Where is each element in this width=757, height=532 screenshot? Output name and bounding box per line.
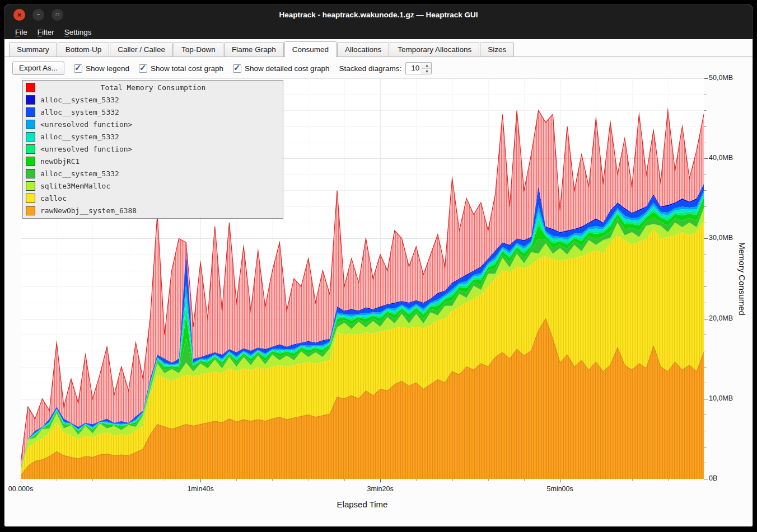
checkbox-box: ✓ bbox=[139, 64, 147, 73]
toolbar: Export As... ✓Show legend✓Show total cos… bbox=[4, 57, 753, 80]
close-icon: × bbox=[17, 11, 22, 18]
spin-down-icon: ▼ bbox=[425, 69, 428, 73]
minimize-button[interactable]: − bbox=[32, 9, 44, 21]
window-controls: ×−□ bbox=[13, 4, 63, 25]
spin-up-icon: ▲ bbox=[425, 63, 428, 67]
minimize-icon: − bbox=[36, 11, 40, 18]
tab-summary[interactable]: Summary bbox=[9, 43, 57, 57]
spin-down-button[interactable]: ▼ bbox=[422, 68, 431, 74]
toolbar-checkboxes: ✓Show legend✓Show total cost graph✓Show … bbox=[74, 64, 330, 73]
y-axis-tick-label: 40,0MB bbox=[709, 154, 733, 162]
checkbox-label: Show total cost graph bbox=[151, 64, 223, 73]
menu-item-file[interactable]: File bbox=[10, 26, 32, 38]
maximize-button[interactable]: □ bbox=[52, 9, 63, 21]
heaptrack-window: ×−□ Heaptrack - heaptrack.wakunode.1.gz … bbox=[4, 4, 753, 526]
checkbox-box: ✓ bbox=[74, 64, 82, 73]
checkbox-box: ✓ bbox=[233, 64, 241, 73]
tab-top-down[interactable]: Top-Down bbox=[174, 43, 223, 57]
x-axis-tick-label: 5min00s bbox=[534, 485, 586, 493]
tab-sizes[interactable]: Sizes bbox=[480, 43, 514, 57]
tab-temporary-allocations[interactable]: Temporary Allocations bbox=[390, 43, 479, 57]
maximize-icon: □ bbox=[56, 12, 59, 17]
menu-item-settings[interactable]: Settings bbox=[59, 26, 97, 38]
titlebar[interactable]: ×−□ Heaptrack - heaptrack.wakunode.1.gz … bbox=[4, 4, 753, 25]
tab-bottom-up[interactable]: Bottom-Up bbox=[58, 43, 110, 57]
checkbox-show-legend[interactable]: ✓Show legend bbox=[74, 64, 129, 73]
y-axis-tick-label: 20,0MB bbox=[709, 314, 733, 322]
close-button[interactable]: × bbox=[13, 9, 25, 21]
menu-item-filter[interactable]: Filter bbox=[32, 26, 59, 38]
tab-allocations[interactable]: Allocations bbox=[337, 43, 389, 57]
checkbox-label: Show legend bbox=[86, 64, 129, 73]
stacked-diagrams-spinbox[interactable]: 10 ▲ ▼ bbox=[405, 62, 432, 74]
x-axis-tick-label: 3min20s bbox=[354, 485, 406, 493]
checkbox-show-total-cost-graph[interactable]: ✓Show total cost graph bbox=[139, 64, 223, 73]
y-axis-tick-label: 30,0MB bbox=[709, 234, 733, 242]
x-axis-tick-label: 00.000s bbox=[4, 485, 46, 493]
x-axis-label: Elapsed Time bbox=[21, 500, 704, 509]
tab-bar: SummaryBottom-UpCaller / CalleeTop-DownF… bbox=[4, 39, 753, 57]
y-axis-label: Memory Consumed bbox=[737, 78, 747, 479]
export-as-button[interactable]: Export As... bbox=[12, 62, 64, 75]
check-icon: ✓ bbox=[139, 63, 147, 73]
stacked-diagrams-value[interactable]: 10 bbox=[406, 63, 422, 74]
window-title: Heaptrack - heaptrack.wakunode.1.gz — He… bbox=[279, 11, 478, 19]
tab-flame-graph[interactable]: Flame Graph bbox=[224, 43, 284, 57]
tab-caller-callee[interactable]: Caller / Callee bbox=[110, 43, 173, 57]
menubar: FileFilterSettings bbox=[4, 25, 753, 39]
memory-chart-canvas[interactable] bbox=[21, 78, 708, 483]
x-axis-tick-label: 1min40s bbox=[175, 485, 226, 493]
y-axis-tick-label: 0B bbox=[709, 474, 717, 482]
checkbox-label: Show detailed cost graph bbox=[245, 64, 330, 73]
chart-area: Total Memory Consumptionalloc__system_53… bbox=[4, 4, 753, 526]
check-icon: ✓ bbox=[233, 63, 241, 73]
stacked-diagrams-group: Stacked diagrams: 10 ▲ ▼ bbox=[339, 62, 432, 74]
y-axis-tick-label: 10,0MB bbox=[709, 394, 733, 402]
checkbox-show-detailed-cost-graph[interactable]: ✓Show detailed cost graph bbox=[233, 64, 330, 73]
tab-consumed[interactable]: Consumed bbox=[284, 41, 337, 57]
spin-buttons: ▲ ▼ bbox=[422, 63, 431, 74]
stacked-diagrams-label: Stacked diagrams: bbox=[339, 64, 402, 73]
spin-up-button[interactable]: ▲ bbox=[422, 63, 431, 68]
check-icon: ✓ bbox=[74, 63, 82, 73]
